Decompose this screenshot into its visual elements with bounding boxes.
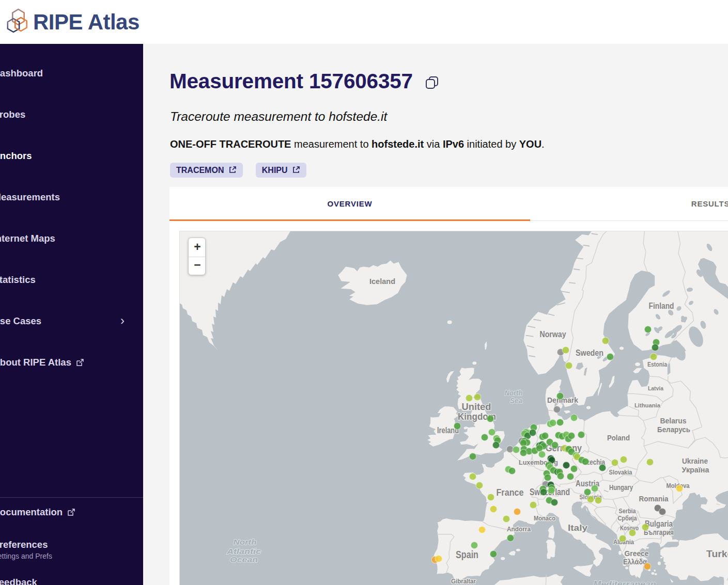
svg-text:Ocean: Ocean: [230, 555, 258, 564]
svg-text:Ελλάδα: Ελλάδα: [623, 558, 647, 566]
svg-text:Slovakia: Slovakia: [609, 468, 632, 476]
svg-text:Serbia: Serbia: [619, 507, 637, 515]
svg-text:Atlantic: Atlantic: [226, 547, 261, 556]
svg-text:Hungary: Hungary: [609, 483, 633, 492]
svg-text:Mediterranean: Mediterranean: [594, 580, 656, 585]
svg-text:Norway: Norway: [540, 330, 566, 339]
svg-text:North: North: [234, 537, 257, 546]
svg-text:France: France: [497, 487, 524, 498]
svg-text:Україна: Україна: [682, 465, 710, 474]
svg-text:Turkey: Turkey: [706, 548, 728, 559]
svg-text:Finland: Finland: [649, 301, 674, 311]
svg-text:Sea: Sea: [510, 397, 522, 405]
svg-text:Gibraltar: Gibraltar: [451, 578, 476, 585]
svg-text:Monaco: Monaco: [534, 514, 555, 522]
svg-text:Iceland: Iceland: [369, 277, 395, 286]
svg-text:Poland: Poland: [607, 433, 630, 442]
svg-text:Romania: Romania: [639, 494, 669, 503]
svg-text:Belarus: Belarus: [660, 417, 687, 425]
svg-text:Србија: Србија: [618, 515, 638, 522]
svg-text:Latvia: Latvia: [648, 385, 664, 391]
svg-text:Lithuania: Lithuania: [634, 402, 661, 408]
svg-text:North: North: [505, 389, 523, 397]
svg-text:United: United: [462, 401, 491, 412]
svg-text:Greece: Greece: [625, 549, 649, 558]
svg-text:Andorra: Andorra: [507, 526, 531, 533]
svg-text:Italy: Italy: [568, 524, 587, 532]
svg-text:Sweden: Sweden: [576, 348, 603, 358]
svg-text:Ukraine: Ukraine: [682, 456, 708, 465]
svg-text:Spain: Spain: [456, 548, 478, 560]
svg-text:Estonia: Estonia: [647, 360, 668, 368]
svg-text:Беларусь: Беларусь: [657, 425, 690, 434]
